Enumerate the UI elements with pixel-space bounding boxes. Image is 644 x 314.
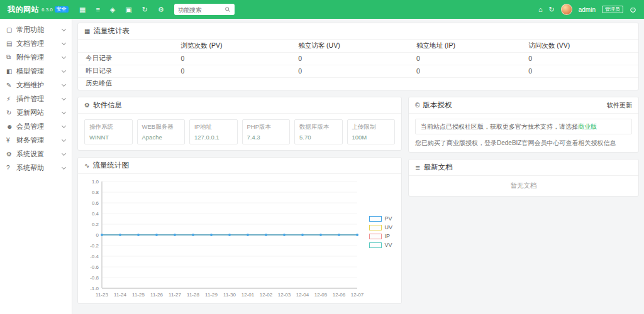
chevron-down-icon [62, 137, 66, 141]
legend-item-pv[interactable]: PV [369, 215, 392, 222]
menu-icon[interactable]: ≡ [96, 6, 99, 13]
sidebar-item-cube[interactable]: ◧模型管理 [0, 64, 72, 78]
sidebar-item-desktop[interactable]: ▢常用功能 [0, 23, 72, 36]
sidebar-item-maintenance[interactable]: ✎文档维护 [0, 78, 72, 92]
app-window: 我的网站 6.3.0 安全 ▦≡◈▣↻⚙ ⌂ ↻ admin 管理员 ▢常用功能… [0, 0, 644, 314]
brand[interactable]: 我的网站 6.3.0 安全 [8, 4, 74, 15]
info-value: 127.0.0.1 [194, 134, 233, 141]
info-label: IP地址 [194, 123, 233, 131]
avatar[interactable] [561, 4, 572, 15]
svg-text:-0.2: -0.2 [90, 243, 99, 249]
security-badge[interactable]: 安全 [55, 6, 69, 13]
sidebar-item-settings[interactable]: ⚙系统设置 [0, 147, 72, 161]
svg-text:11-30: 11-30 [223, 292, 236, 298]
sidebar-item-finance[interactable]: ¥财务管理 [0, 133, 72, 147]
sidebar-item-help[interactable]: ?系统帮助 [0, 161, 72, 175]
chart-body: 1.00.80.60.40.20-0.2-0.4-0.6-0.8-1.011-2… [78, 174, 401, 303]
info-box-1: WEB服务器Apache [137, 119, 186, 144]
sidebar-item-label: 财务管理 [16, 136, 62, 145]
legend-label: IP [384, 233, 390, 239]
chevron-down-icon [62, 26, 66, 31]
version-label: 6.3.0 [42, 7, 53, 13]
software-update-link[interactable]: 软件更新 [607, 101, 632, 110]
sidebar-item-update[interactable]: ↻更新网站 [0, 106, 72, 119]
username[interactable]: admin [579, 6, 596, 13]
col-header: 访问次数 (VV) [521, 40, 638, 52]
logout-power-icon[interactable] [630, 6, 636, 13]
right-column: © 版本授权 软件更新 当前站点已授权社区版，获取更多官方技术支持，请选择商业版… [408, 97, 639, 203]
sidebar-item-label: 插件管理 [16, 94, 62, 104]
cell-value: 0 [173, 52, 291, 65]
traffic-stats-header: ▦ 流量统计表 [78, 23, 638, 40]
legend-swatch [369, 216, 382, 222]
traffic-stats-card: ▦ 流量统计表 浏览次数 (PV)独立访客 (UV)独立地址 (IP)访问次数 … [77, 23, 639, 90]
chevron-down-icon [62, 151, 66, 155]
gears-icon: ⚙ [84, 102, 90, 109]
svg-text:0.4: 0.4 [92, 211, 99, 217]
info-label: 操作系统 [89, 123, 128, 131]
svg-text:11-25: 11-25 [132, 292, 145, 298]
svg-text:-0.8: -0.8 [90, 275, 99, 281]
cell-value: 0 [173, 65, 291, 77]
page-layout: ▢常用功能▤文档管理⧉附件管理◧模型管理✎文档维护⚡插件管理↻更新网站☻会员管理… [0, 19, 644, 314]
finance-icon: ¥ [6, 137, 16, 144]
latest-docs-header: ≣ 最新文档 [409, 160, 638, 176]
update-icon: ↻ [6, 109, 16, 116]
info-box-5: 上传限制100M [347, 119, 396, 144]
sidebar-item-plugin[interactable]: ⚡插件管理 [0, 92, 72, 106]
search-input[interactable] [178, 6, 225, 13]
table-icon: ▦ [84, 28, 90, 35]
navbar-icons: ▦≡◈▣↻⚙ [79, 6, 164, 13]
chevron-down-icon [62, 82, 66, 86]
cell-value [521, 77, 638, 90]
sidebar-item-label: 附件管理 [16, 53, 62, 62]
sidebar-item-label: 文档管理 [16, 39, 62, 48]
info-label: WEB服务器 [142, 123, 180, 131]
legend-swatch [369, 242, 382, 248]
tags-icon[interactable]: ◈ [110, 6, 115, 13]
sidebar-item-file[interactable]: ▤文档管理 [0, 36, 72, 50]
refresh-icon[interactable]: ↻ [142, 6, 148, 13]
sidebar-item-label: 文档维护 [16, 80, 62, 90]
grid-icon[interactable]: ▦ [79, 6, 86, 13]
commercial-edition-link[interactable]: 商业版 [578, 123, 597, 130]
row-label: 昨日记录 [78, 65, 173, 77]
navbar-right: ⌂ ↻ admin 管理员 [538, 4, 636, 15]
svg-text:11-26: 11-26 [150, 292, 163, 298]
settings-icon: ⚙ [6, 151, 16, 158]
legend-swatch [369, 225, 382, 230]
license-notice: 当前站点已授权社区版，获取更多官方技术支持，请选择商业版 [415, 119, 632, 134]
role-badge: 管理员 [602, 6, 623, 13]
legend-item-vv[interactable]: VV [369, 242, 392, 248]
traffic-table: 浏览次数 (PV)独立访客 (UV)独立地址 (IP)访问次数 (VV) 今日记… [78, 40, 638, 90]
home-icon[interactable]: ⌂ [538, 6, 543, 13]
folder-icon[interactable]: ▣ [125, 6, 131, 13]
main-content: ▦ 流量统计表 浏览次数 (PV)独立访客 (UV)独立地址 (IP)访问次数 … [72, 19, 644, 314]
info-label: PHP版本 [247, 123, 286, 131]
svg-text:12-04: 12-04 [296, 292, 309, 298]
svg-text:12-03: 12-03 [278, 292, 291, 298]
traffic-table-body: 今日记录0000昨日记录0000历史峰值 [78, 52, 638, 90]
license-header: © 版本授权 软件更新 [409, 97, 638, 114]
maintenance-icon: ✎ [6, 82, 16, 89]
legend-item-ip[interactable]: IP [369, 233, 392, 239]
cell-value: 0 [521, 65, 638, 77]
card-title: 流量统计图 [92, 161, 129, 170]
sidebar-item-attachment[interactable]: ⧉附件管理 [0, 50, 72, 64]
svg-text:12-07: 12-07 [351, 292, 364, 298]
refresh-icon[interactable]: ↻ [549, 6, 555, 13]
member-icon: ☻ [6, 123, 16, 130]
svg-text:11-27: 11-27 [169, 292, 181, 298]
gear-icon[interactable]: ⚙ [158, 6, 164, 13]
info-value: 7.4.3 [247, 134, 286, 141]
software-info-header: ⚙ 软件信息 [78, 97, 401, 114]
plugin-icon: ⚡ [6, 95, 16, 102]
table-row: 昨日记录0000 [78, 65, 638, 77]
svg-text:12-06: 12-06 [333, 292, 346, 298]
docs-empty-text: 暂无文档 [409, 176, 638, 196]
svg-text:11-29: 11-29 [205, 292, 218, 298]
legend-item-uv[interactable]: UV [369, 224, 392, 230]
search-box[interactable] [174, 4, 235, 15]
sidebar-item-member[interactable]: ☻会员管理 [0, 119, 72, 133]
traffic-chart-header: ∿ 流量统计图 [78, 158, 401, 174]
